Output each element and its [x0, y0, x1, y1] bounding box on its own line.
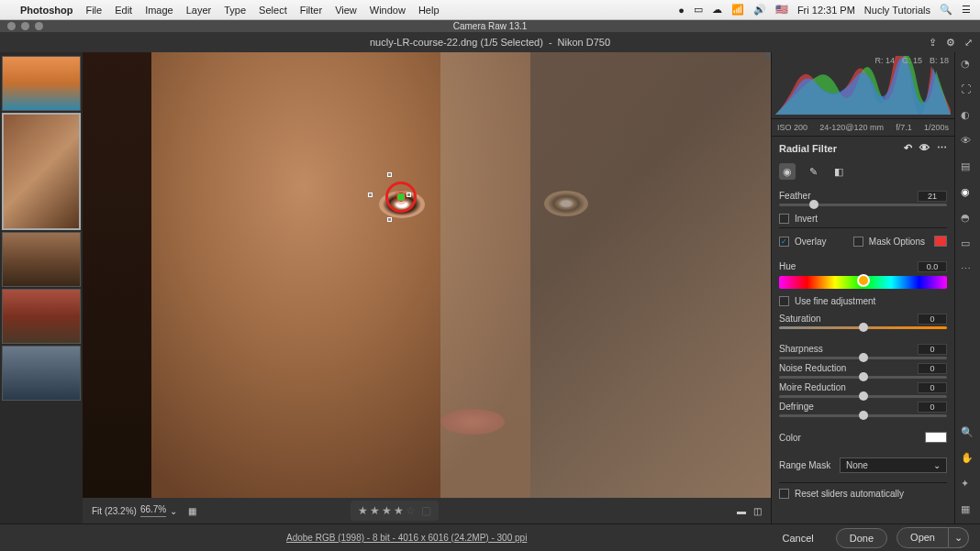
single-view-icon[interactable]: ▬ — [737, 506, 746, 516]
more-icon[interactable]: ⋯ — [937, 142, 947, 154]
zoom-tool-icon[interactable]: 🔍 — [961, 426, 975, 441]
radial-tool-icon[interactable]: ◉ — [779, 163, 796, 180]
fine-adj-checkbox[interactable] — [779, 296, 789, 306]
user-name[interactable]: Nucly Tutorials — [864, 5, 930, 16]
noise-slider[interactable]: Noise Reduction — [779, 363, 947, 379]
zoom-dot[interactable] — [35, 22, 43, 30]
thumb-1[interactable] — [2, 56, 81, 111]
spot-removal-icon[interactable]: ◐ — [961, 109, 975, 124]
spotlight-icon[interactable]: 🔍 — [940, 4, 952, 16]
zoom-level[interactable]: 66.7% — [140, 504, 166, 517]
color-picker-swatch[interactable] — [925, 432, 947, 443]
star-1[interactable]: ★ — [358, 504, 368, 517]
record-icon[interactable]: ● — [678, 5, 685, 16]
flag-icon[interactable]: 🇺🇸 — [775, 4, 788, 16]
crop-tool-icon[interactable]: ⛶ — [961, 83, 975, 98]
cancel-button[interactable]: Cancel — [770, 529, 827, 547]
moire-slider[interactable]: Moire Reduction — [779, 382, 947, 398]
radial-handle-n[interactable] — [387, 172, 392, 177]
menu-file[interactable]: File — [85, 5, 102, 16]
radial-handle-s[interactable] — [387, 217, 392, 222]
menu-icon[interactable]: ☰ — [962, 4, 971, 16]
fit-button[interactable]: Fit (23.2%) — [92, 506, 137, 516]
redeye-icon[interactable]: ◓ — [961, 212, 975, 226]
more-tools-icon[interactable]: ⋯ — [961, 263, 975, 278]
cloud-icon[interactable]: ☁ — [712, 4, 722, 16]
menu-layer[interactable]: Layer — [186, 5, 212, 16]
gear-icon[interactable]: ⚙ — [946, 37, 955, 49]
volume-icon[interactable]: 🔊 — [753, 4, 766, 16]
feather-slider[interactable]: Feather — [779, 191, 947, 206]
histogram[interactable]: R: 14 G: 15 B: 18 — [772, 52, 954, 118]
app-name[interactable]: Photoshop — [20, 5, 72, 16]
linear-gradient-icon[interactable]: ▤ — [961, 160, 975, 175]
overlay-checkbox[interactable] — [779, 237, 789, 247]
upload-icon[interactable]: ⇪ — [929, 37, 937, 49]
defringe-slider[interactable]: Defringe — [779, 402, 947, 417]
range-mask-dropdown[interactable]: None⌄ — [840, 457, 947, 473]
zoom-dropdown-icon[interactable]: ⌄ — [170, 506, 177, 516]
menu-filter[interactable]: Filter — [300, 5, 322, 16]
hue-slider[interactable] — [779, 276, 947, 289]
saturation-value[interactable] — [918, 314, 947, 325]
menu-image[interactable]: Image — [145, 5, 173, 16]
invert-label: Invert — [795, 214, 818, 224]
defringe-value[interactable] — [918, 402, 947, 413]
hue-value[interactable] — [918, 261, 947, 272]
star-5[interactable]: ☆ — [406, 504, 416, 517]
presets-icon[interactable]: ▭ — [961, 237, 975, 252]
menu-select[interactable]: Select — [259, 5, 287, 16]
saturation-slider[interactable]: Saturation — [779, 314, 947, 329]
profile-link[interactable]: Adobe RGB (1998) - 8 bit - 4016 x 6016 (… — [286, 533, 527, 543]
star-2[interactable]: ★ — [370, 504, 380, 517]
clock[interactable]: Fri 12:31 PM — [797, 5, 855, 16]
fullscreen-icon[interactable]: ⤢ — [964, 37, 973, 49]
star-3[interactable]: ★ — [382, 504, 392, 517]
thumb-5[interactable] — [2, 346, 81, 401]
hand-tool-icon[interactable]: ✋ — [961, 452, 975, 467]
filmstrip[interactable] — [0, 52, 83, 523]
reset-sliders-checkbox[interactable] — [779, 489, 789, 499]
open-button[interactable]: Open — [896, 527, 949, 548]
menu-help[interactable]: Help — [418, 5, 440, 16]
sharpness-value[interactable] — [918, 344, 947, 355]
brush-tool-icon[interactable]: ✎ — [805, 163, 821, 180]
close-dot[interactable] — [7, 22, 16, 30]
mask-color-swatch[interactable] — [934, 236, 947, 247]
screen-icon[interactable]: ▭ — [694, 4, 703, 16]
grid-tool-icon[interactable]: ▦ — [961, 503, 975, 518]
done-button[interactable]: Done — [836, 528, 887, 548]
color-label-icon[interactable]: ▢ — [421, 504, 431, 517]
star-4[interactable]: ★ — [394, 504, 404, 517]
feather-value[interactable] — [918, 191, 947, 202]
mask-options-checkbox[interactable] — [853, 237, 863, 247]
thumb-4[interactable] — [2, 289, 81, 344]
sharpness-slider[interactable]: Sharpness — [779, 344, 947, 359]
radial-handle-w[interactable] — [368, 193, 373, 197]
eye-tool-icon[interactable]: 👁 — [961, 135, 975, 149]
invert-checkbox[interactable] — [779, 214, 789, 224]
menu-edit[interactable]: Edit — [115, 5, 132, 16]
grid-icon[interactable]: ▦ — [188, 506, 196, 516]
menu-type[interactable]: Type — [224, 5, 246, 16]
radial-handle-e[interactable] — [406, 193, 411, 197]
visibility-icon[interactable]: 👁 — [919, 142, 930, 154]
rating-stars[interactable]: ★ ★ ★ ★ ☆ ▢ — [351, 501, 439, 521]
menu-view[interactable]: View — [335, 5, 357, 16]
radial-filter-pin[interactable] — [385, 182, 417, 213]
undo-icon[interactable]: ↶ — [904, 142, 912, 154]
menu-window[interactable]: Window — [370, 5, 406, 16]
wifi-icon[interactable]: 📶 — [731, 4, 744, 16]
moire-value[interactable] — [918, 382, 947, 393]
image-canvas[interactable] — [83, 52, 771, 498]
eraser-tool-icon[interactable]: ◧ — [830, 163, 847, 180]
radial-gradient-icon[interactable]: ◉ — [961, 186, 975, 201]
compare-view-icon[interactable]: ◫ — [753, 506, 762, 516]
thumb-2[interactable] — [2, 113, 81, 230]
open-dropdown-icon[interactable]: ⌄ — [949, 527, 969, 548]
minimize-dot[interactable] — [21, 22, 29, 30]
noise-value[interactable] — [918, 363, 947, 374]
thumb-3[interactable] — [2, 232, 81, 287]
sampler-icon[interactable]: ✦ — [961, 478, 975, 492]
edit-panel-icon[interactable]: ◔ — [961, 58, 975, 72]
